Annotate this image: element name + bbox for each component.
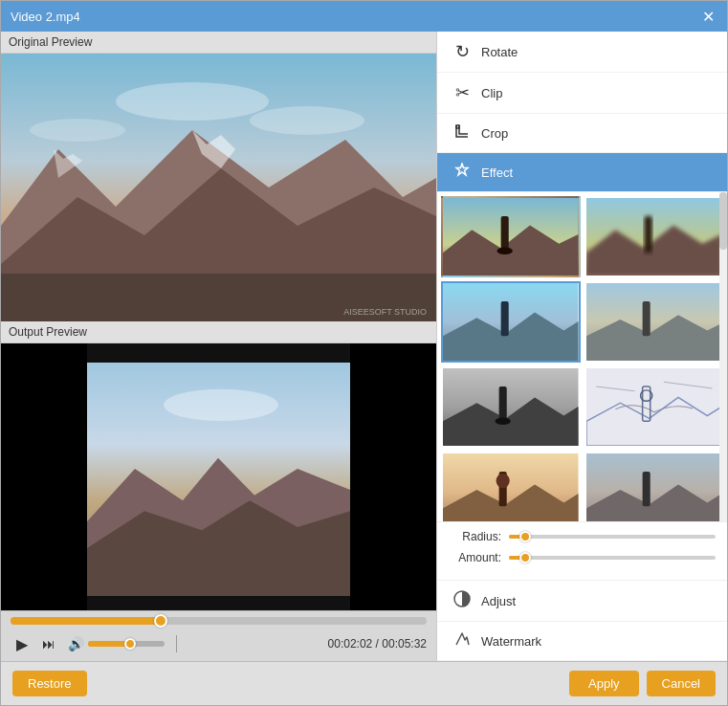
effect-thumb-7[interactable]	[441, 452, 581, 521]
effect-thumb-6[interactable]	[585, 366, 724, 448]
window-title: Video 2.mp4	[11, 10, 80, 24]
svg-point-31	[496, 417, 511, 425]
volume-icon: 🔊	[68, 636, 84, 651]
time-current: 00:02:02	[328, 637, 373, 651]
radius-slider-row: Radius:	[449, 530, 716, 543]
menu-label-adjust: Adjust	[481, 594, 516, 608]
menu-list: ↻ Rotate ✂ Clip Crop	[437, 32, 727, 192]
menu-label-clip: Clip	[481, 86, 502, 100]
menu-label-rotate: Rotate	[481, 45, 518, 59]
volume-slider[interactable]	[88, 641, 165, 647]
effect-thumb-2[interactable]	[585, 196, 724, 277]
svg-rect-44	[642, 472, 650, 506]
crop-icon	[452, 123, 472, 143]
video-watermark: AISEESOFT STUDIO	[343, 307, 427, 317]
sliders-section: Radius: Amount:	[437, 521, 727, 580]
watermark-icon	[452, 631, 472, 651]
menu-item-crop[interactable]: Crop	[437, 114, 727, 153]
effect-icon	[452, 163, 472, 182]
menu-item-watermark[interactable]: Watermark	[437, 622, 727, 661]
svg-point-10	[164, 389, 278, 421]
titlebar: Video 2.mp4 ✕	[1, 1, 727, 32]
output-video-center	[87, 363, 350, 596]
svg-point-2	[250, 106, 364, 135]
svg-marker-14	[456, 164, 468, 175]
rotate-icon: ↻	[452, 41, 472, 62]
effect-thumb-5[interactable]	[441, 366, 581, 448]
volume-thumb[interactable]	[124, 638, 136, 650]
svg-point-3	[30, 119, 125, 142]
time-total: 00:05:32	[382, 637, 427, 651]
playback-row: ▶ ⏭ 🔊 00:02:02 / 00:05:32	[11, 632, 427, 655]
radius-slider[interactable]	[509, 535, 716, 539]
progress-thumb[interactable]	[154, 614, 167, 628]
volume-section: 🔊	[68, 636, 165, 651]
apply-button[interactable]: Apply	[569, 671, 639, 696]
menu-item-rotate[interactable]: ↻ Rotate	[437, 32, 727, 73]
right-panel: ↻ Rotate ✂ Clip Crop	[436, 32, 727, 661]
divider	[176, 635, 177, 652]
bottom-bar: Restore Apply Cancel	[1, 661, 727, 705]
output-preview-section: Output Preview	[1, 321, 436, 610]
black-bar-left	[1, 343, 87, 610]
main-content: Original Preview	[1, 32, 727, 661]
effect-thumb-1[interactable]	[441, 196, 581, 277]
scrollbar-thumb[interactable]	[719, 192, 727, 250]
svg-point-1	[116, 82, 269, 121]
menu-label-effect: Effect	[481, 165, 513, 180]
amount-thumb[interactable]	[519, 552, 531, 563]
effects-grid	[437, 192, 727, 521]
output-preview-label: Output Preview	[1, 321, 436, 343]
effect-thumb-8[interactable]	[585, 452, 724, 521]
adjust-icon	[452, 590, 472, 611]
restore-button[interactable]: Restore	[12, 671, 87, 696]
svg-rect-21	[644, 216, 651, 253]
svg-rect-24	[501, 301, 509, 336]
effect-thumb-3[interactable]	[441, 281, 581, 363]
menu-item-effect[interactable]: Effect	[437, 153, 727, 192]
scrollbar-track	[719, 192, 727, 521]
controls-bar: ▶ ⏭ 🔊 00:02:02 / 00:05:32	[1, 610, 436, 661]
cancel-button[interactable]: Cancel	[647, 671, 716, 696]
svg-rect-27	[642, 301, 650, 336]
app-window: Video 2.mp4 ✕ Original Preview	[0, 0, 728, 706]
action-buttons: Apply Cancel	[569, 671, 716, 696]
amount-slider-row: Amount:	[449, 551, 716, 564]
original-preview-label: Original Preview	[1, 32, 436, 54]
amount-slider[interactable]	[509, 556, 716, 560]
output-preview	[1, 343, 436, 610]
svg-rect-30	[499, 386, 507, 421]
amount-label: Amount:	[449, 551, 501, 564]
clip-icon: ✂	[452, 82, 472, 103]
svg-point-41	[496, 474, 510, 488]
progress-bar[interactable]	[11, 617, 427, 625]
svg-rect-13	[456, 125, 459, 128]
menu-item-adjust[interactable]: Adjust	[437, 581, 727, 622]
play-button[interactable]: ▶	[11, 632, 33, 655]
original-preview-image	[1, 54, 436, 321]
close-button[interactable]: ✕	[698, 7, 717, 26]
radius-label: Radius:	[449, 530, 501, 543]
progress-fill	[11, 617, 161, 625]
svg-point-18	[497, 247, 513, 254]
time-display: 00:02:02 / 00:05:32	[328, 637, 427, 651]
effect-thumb-4[interactable]	[585, 281, 724, 363]
left-panel: Original Preview	[1, 32, 436, 661]
menu-label-watermark: Watermark	[481, 634, 541, 649]
svg-rect-32	[586, 368, 722, 446]
bottom-menu-items: Adjust Watermark	[437, 580, 727, 661]
black-bar-right	[350, 343, 436, 610]
radius-thumb[interactable]	[519, 531, 531, 542]
menu-label-crop: Crop	[481, 126, 508, 141]
menu-item-clip[interactable]: ✂ Clip	[437, 73, 727, 114]
original-preview: AISEESOFT STUDIO	[1, 54, 436, 321]
skip-forward-button[interactable]: ⏭	[39, 634, 58, 653]
